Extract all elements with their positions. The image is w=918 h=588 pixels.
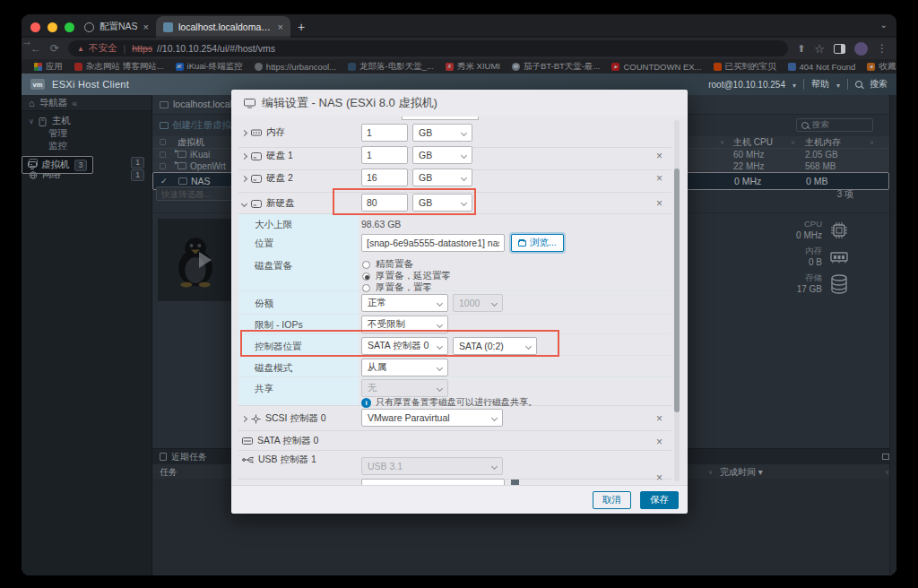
disk1-size-input[interactable] xyxy=(361,146,408,164)
cancel-button[interactable]: 取消 xyxy=(593,491,631,509)
disk1-row-label[interactable]: 硬盘 1 xyxy=(242,150,293,162)
chevron-down-icon xyxy=(461,151,467,158)
vmware-logo: vm xyxy=(30,79,45,90)
remove-usb-icon[interactable] xyxy=(656,472,663,483)
new-disk-size-input[interactable] xyxy=(361,194,408,212)
chevron-down-icon[interactable] xyxy=(241,200,247,206)
close-tab-icon[interactable] xyxy=(143,22,149,32)
remove-new-disk-icon[interactable] xyxy=(656,198,663,209)
chevron-down-icon xyxy=(437,299,443,306)
scsi-controller-label[interactable]: SCSI 控制器 0 xyxy=(242,412,326,425)
sharing-label: 共享 xyxy=(255,383,273,395)
edit-vm-icon xyxy=(244,99,255,108)
address-bar: ← → ⟳ 不安全 https //10.10.10.254/ui/#/host… xyxy=(22,38,896,59)
header-search[interactable]: 搜索 xyxy=(870,78,888,91)
divider xyxy=(803,79,804,90)
radio-icon[interactable] xyxy=(362,261,370,269)
remove-disk1-icon[interactable] xyxy=(656,151,663,161)
usb-version-select-disabled: USB 3.1 xyxy=(361,457,503,475)
new-disk-row-label[interactable]: 新硬盘 xyxy=(242,197,295,210)
disk-mode-label: 磁盘模式 xyxy=(255,362,292,375)
new-tab-button[interactable] xyxy=(298,20,305,34)
disk-icon xyxy=(251,200,262,208)
edit-settings-dialog: 编辑设置 - NAS (ESXi 8.0 虚拟机) xyxy=(231,90,688,514)
radio-thick-lazy-zeroed[interactable]: 厚置备，延迟置零 xyxy=(362,270,451,282)
dialog-title-bar: 编辑设置 - NAS (ESXi 8.0 虚拟机) xyxy=(231,90,688,117)
globe-icon xyxy=(84,22,94,32)
disk1-unit-select[interactable]: GB xyxy=(412,146,472,164)
chevron-down-icon xyxy=(491,463,498,469)
sata-controller-icon xyxy=(242,437,253,445)
browse-button[interactable]: 浏览... xyxy=(511,234,564,252)
controller-select[interactable]: SATA 控制器 0 xyxy=(361,337,448,355)
sata-controller-label: SATA 控制器 0 xyxy=(242,435,318,447)
browser-window: 配置NAS localhost.localdomain - VMwa ← → ⟳… xyxy=(22,14,896,575)
radio-icon[interactable] xyxy=(362,284,370,292)
memory-unit-select[interactable]: GB xyxy=(412,124,472,142)
close-window-button[interactable] xyxy=(30,22,40,32)
chevron-right-icon[interactable] xyxy=(241,129,247,135)
chevron-down-icon xyxy=(836,80,840,90)
disk2-row-label[interactable]: 硬盘 2 xyxy=(242,172,293,185)
browser-tab-active[interactable]: localhost.localdomain - VMwa xyxy=(156,16,290,38)
dialog-scrollbar-thumb[interactable] xyxy=(674,169,680,412)
dialog-body: 内存 GB 硬盘 1 GB 硬盘 2 xyxy=(231,117,688,485)
usb-icon xyxy=(242,456,254,463)
remove-disk2-icon[interactable] xyxy=(656,173,663,184)
remove-sata-icon[interactable] xyxy=(656,437,663,447)
desktop: 配置NAS localhost.localdomain - VMwa ← → ⟳… xyxy=(0,0,918,588)
location-input[interactable] xyxy=(361,234,505,252)
chevron-right-icon[interactable] xyxy=(241,152,247,159)
provisioning-label: 磁盘置备 xyxy=(255,260,292,272)
side-panel-icon[interactable] xyxy=(834,44,845,54)
minimize-window-button[interactable] xyxy=(48,22,57,32)
shares-select[interactable]: 正常 xyxy=(361,294,448,312)
shares-label: 份额 xyxy=(255,298,273,310)
disk2-size-input[interactable] xyxy=(361,169,408,186)
max-size-value: 98.63 GB xyxy=(361,219,401,229)
shares-value-input-disabled: 1000 xyxy=(453,294,503,312)
chevron-right-icon[interactable] xyxy=(241,175,247,181)
chevron-down-icon xyxy=(437,342,443,349)
browser-tab-inactive[interactable]: 配置NAS xyxy=(77,16,156,38)
tab-title: 配置NAS xyxy=(100,21,138,33)
macos-window-controls[interactable] xyxy=(30,22,74,32)
controller-slot-select[interactable]: SATA (0:2) xyxy=(453,337,537,355)
disk2-unit-select[interactable]: GB xyxy=(412,169,472,186)
network-adapter-partial-field xyxy=(361,479,505,485)
memory-row-label[interactable]: 内存 xyxy=(242,126,285,139)
chevron-down-icon xyxy=(491,414,498,420)
radio-selected-icon[interactable] xyxy=(362,272,370,281)
chevron-down-icon[interactable] xyxy=(880,20,888,30)
chevron-down-icon xyxy=(525,342,532,349)
save-button[interactable]: 保存 xyxy=(640,491,679,509)
user-menu[interactable]: root@10.10.10.254 xyxy=(708,80,785,90)
controller-location-label: 控制器位置 xyxy=(255,341,302,353)
info-icon xyxy=(361,398,371,408)
chevron-down-icon xyxy=(461,199,467,205)
close-tab-icon[interactable] xyxy=(278,22,283,32)
scrolled-field-partial xyxy=(402,117,479,120)
app-title: ESXi Host Client xyxy=(52,79,129,90)
new-disk-unit-select[interactable]: GB xyxy=(412,194,472,212)
chevron-down-icon xyxy=(491,299,498,306)
chevron-right-icon[interactable] xyxy=(241,415,247,421)
max-size-label: 大小上限 xyxy=(255,219,292,231)
esxi-host-client: vm ESXi Host Client root@10.10.10.254 帮助… xyxy=(22,74,896,575)
browser-tab-strip: 配置NAS localhost.localdomain - VMwa xyxy=(22,14,896,38)
radio-thick-eager-zeroed[interactable]: 厚置备，置零 xyxy=(362,281,432,294)
zoom-window-button[interactable] xyxy=(65,22,74,32)
limit-iops-select[interactable]: 不受限制 xyxy=(361,316,448,333)
radio-thin-provisioned[interactable]: 精简置备 xyxy=(362,258,413,271)
help-menu[interactable]: 帮助 xyxy=(811,78,829,91)
disk-mode-select[interactable]: 从属 xyxy=(361,359,448,376)
disk-icon xyxy=(251,175,262,183)
dialog-footer: 取消 保存 xyxy=(231,485,688,514)
chevron-down-icon xyxy=(792,80,796,90)
vmware-favicon xyxy=(163,22,173,32)
scsi-type-select[interactable]: VMware Paravirtual xyxy=(361,409,503,427)
memory-size-input[interactable] xyxy=(361,124,408,142)
limit-iops-label: 限制 - IOPs xyxy=(255,319,303,332)
remove-scsi-icon[interactable] xyxy=(656,413,663,424)
chevron-down-icon xyxy=(437,385,443,391)
